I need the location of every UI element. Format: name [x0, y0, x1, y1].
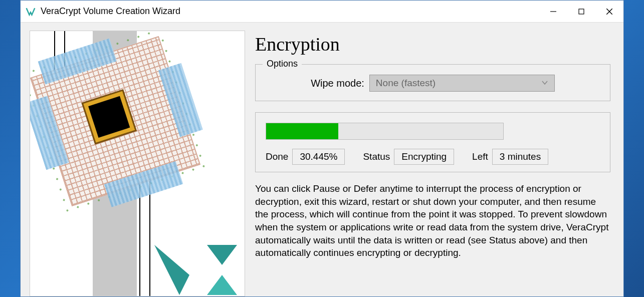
titlebar[interactable]: VeraCrypt Volume Creation Wizard [21, 1, 623, 23]
done-label: Done [266, 151, 288, 162]
left-label: Left [472, 151, 488, 162]
window-title: VeraCrypt Volume Creation Wizard [41, 6, 539, 17]
chevron-down-icon [541, 78, 548, 89]
options-group: Options Wipe mode: None (fastest) [255, 64, 610, 101]
maximize-button[interactable] [567, 1, 595, 22]
minimize-button[interactable] [539, 1, 567, 22]
description-text: You can click Pause or Defer anytime to … [255, 182, 610, 259]
svg-rect-1 [579, 9, 584, 14]
options-legend: Options [263, 59, 302, 69]
progress-bar [266, 123, 504, 140]
app-icon [26, 7, 36, 17]
left-value: 3 minutes [492, 149, 548, 165]
page-title: Encryption [255, 33, 610, 55]
window-controls [539, 1, 623, 22]
status-label: Status [363, 151, 390, 162]
wizard-sidebar-image [30, 31, 245, 296]
progress-fill [266, 123, 338, 139]
wizard-window: VeraCrypt Volume Creation Wizard [20, 0, 624, 297]
veracrypt-logo-icon [152, 240, 242, 296]
wipe-mode-label: Wipe mode: [311, 78, 364, 89]
progress-group: Done 30.445% Status Encrypting Left 3 mi… [255, 112, 610, 172]
wipe-mode-value: None (fastest) [376, 78, 436, 89]
wipe-mode-select[interactable]: None (fastest) [369, 75, 555, 92]
close-button[interactable] [595, 1, 623, 22]
wizard-content: Encryption Options Wipe mode: None (fast… [21, 23, 623, 296]
wizard-main-panel: Encryption Options Wipe mode: None (fast… [255, 31, 614, 296]
done-value: 30.445% [292, 149, 345, 165]
status-value: Encrypting [394, 149, 454, 165]
